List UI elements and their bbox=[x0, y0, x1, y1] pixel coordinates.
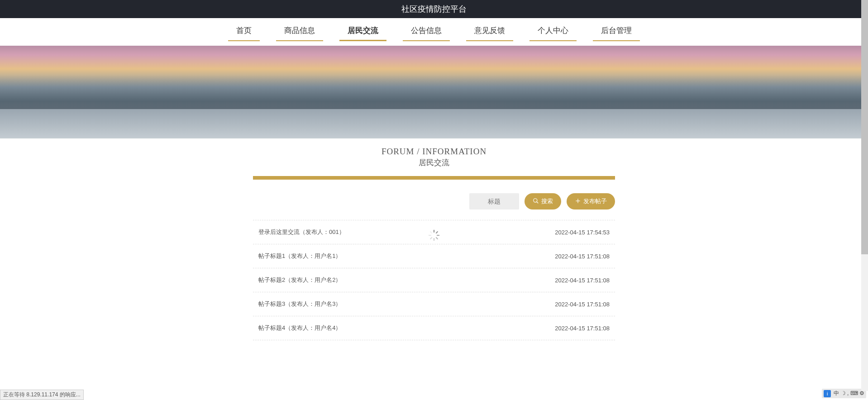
nav-item-6[interactable]: 后台管理 bbox=[588, 25, 644, 40]
plus-icon bbox=[575, 198, 581, 205]
section-title-cn: 居民交流 bbox=[0, 157, 868, 168]
search-button-label: 搜索 bbox=[541, 197, 553, 205]
post-title: 帖子标题2（发布人：用户名2） bbox=[258, 276, 555, 284]
scrollbar[interactable] bbox=[861, 0, 868, 340]
svg-line-7 bbox=[436, 238, 438, 239]
post-button-label: 发布帖子 bbox=[583, 197, 607, 205]
nav-item-1[interactable]: 商品信息 bbox=[272, 25, 328, 40]
toolbar: 搜索 发布帖子 bbox=[253, 193, 615, 210]
svg-line-5 bbox=[436, 232, 438, 233]
search-input[interactable] bbox=[469, 193, 519, 210]
post-time: 2022-04-15 17:54:53 bbox=[555, 229, 610, 236]
post-title: 登录后这里交流（发布人：001） bbox=[258, 228, 555, 236]
search-button[interactable]: 搜索 bbox=[525, 193, 561, 210]
post-time: 2022-04-15 17:51:08 bbox=[555, 253, 610, 260]
nav-list: 首页商品信息居民交流公告信息意见反馈个人中心后台管理 bbox=[0, 25, 868, 40]
banner-skyline bbox=[0, 75, 868, 111]
svg-line-9 bbox=[430, 238, 432, 239]
post-title: 帖子标题3（发布人：用户名3） bbox=[258, 300, 555, 308]
post-row[interactable]: 帖子标题3（发布人：用户名3）2022-04-15 17:51:08 bbox=[253, 292, 615, 316]
section-title: FORUM / INFORMATION 居民交流 bbox=[0, 138, 868, 172]
nav-item-3[interactable]: 公告信息 bbox=[398, 25, 454, 40]
post-time: 2022-04-15 17:51:08 bbox=[555, 301, 610, 308]
post-row[interactable]: 帖子标题2（发布人：用户名2）2022-04-15 17:51:08 bbox=[253, 268, 615, 292]
post-row[interactable]: 帖子标题4（发布人：用户名4）2022-04-15 17:51:08 bbox=[253, 316, 615, 340]
post-row[interactable]: 帖子标题1（发布人：用户名1）2022-04-15 17:51:08 bbox=[253, 244, 615, 268]
svg-point-0 bbox=[534, 198, 537, 202]
post-button[interactable]: 发布帖子 bbox=[567, 193, 615, 210]
scrollbar-thumb[interactable] bbox=[861, 0, 868, 254]
section-divider bbox=[253, 176, 615, 180]
svg-line-11 bbox=[430, 232, 432, 233]
banner-image bbox=[0, 46, 868, 138]
main-content: 搜索 发布帖子 bbox=[253, 193, 615, 340]
post-title: 帖子标题1（发布人：用户名1） bbox=[258, 252, 555, 260]
nav-item-4[interactable]: 意见反馈 bbox=[462, 25, 518, 40]
section-title-en: FORUM / INFORMATION bbox=[0, 147, 868, 157]
app-title: 社区疫情防控平台 bbox=[401, 5, 467, 14]
svg-line-1 bbox=[537, 201, 539, 203]
nav-bar: 首页商品信息居民交流公告信息意见反馈个人中心后台管理 bbox=[0, 18, 868, 46]
post-time: 2022-04-15 17:51:08 bbox=[555, 277, 610, 284]
nav-item-0[interactable]: 首页 bbox=[224, 25, 264, 40]
nav-item-2[interactable]: 居民交流 bbox=[335, 25, 391, 40]
banner-water bbox=[0, 109, 868, 138]
app-header: 社区疫情防控平台 bbox=[0, 0, 868, 18]
search-icon bbox=[533, 198, 539, 205]
nav-item-5[interactable]: 个人中心 bbox=[525, 25, 581, 40]
loading-spinner-icon bbox=[428, 229, 440, 242]
post-list: 登录后这里交流（发布人：001）2022-04-15 17:54:53帖子标题1… bbox=[253, 220, 615, 340]
post-title: 帖子标题4（发布人：用户名4） bbox=[258, 324, 555, 332]
post-time: 2022-04-15 17:51:08 bbox=[555, 325, 610, 332]
